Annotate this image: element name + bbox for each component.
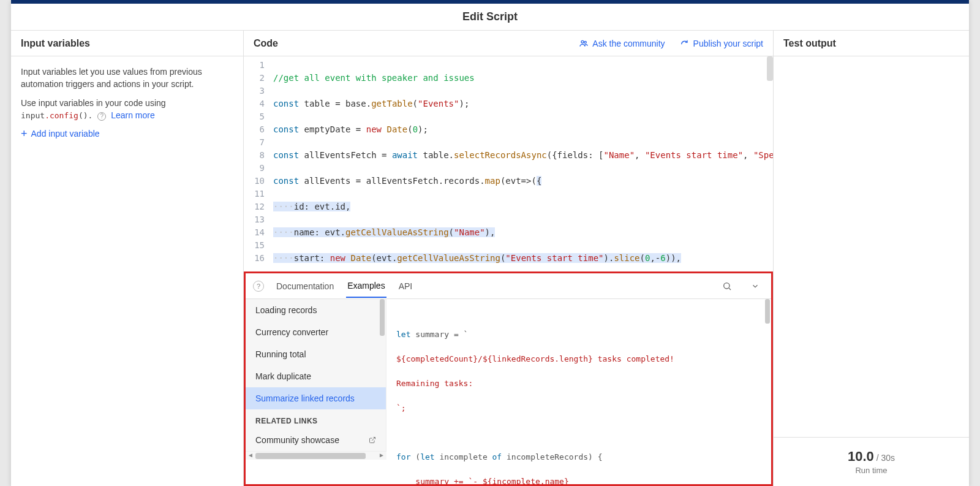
editor-body[interactable]: //get all event with speaker and issues …: [271, 56, 773, 271]
examples-sidebar: Loading records Currency converter Runni…: [246, 299, 386, 451]
runtime-box: 10.0 / 30s Run time: [774, 437, 969, 486]
search-icon[interactable]: [718, 278, 736, 295]
code-token-config: .config: [45, 111, 78, 120]
help-panel: ? Documentation Examples API: [244, 271, 773, 486]
help-icon[interactable]: ?: [97, 112, 106, 121]
ask-community-link[interactable]: Ask the community: [579, 39, 665, 48]
sidebar-item-running[interactable]: Running total: [246, 343, 386, 365]
input-vars-desc-1: Input variables let you use values from …: [21, 66, 233, 90]
sidebar-item-loading[interactable]: Loading records: [246, 299, 386, 321]
input-variables-header: Input variables: [11, 31, 243, 56]
sidebar-item-markdup[interactable]: Mark duplicate: [246, 365, 386, 387]
sidebar-heading-related: RELATED LINKS: [246, 409, 386, 429]
scroll-right-icon[interactable]: ►: [377, 452, 386, 458]
scroll-left-icon[interactable]: ◄: [246, 452, 255, 458]
question-icon[interactable]: ?: [253, 281, 264, 292]
test-output-panel: Test output 10.0 / 30s Run time: [773, 31, 969, 486]
external-link-icon: [369, 436, 376, 444]
svg-point-2: [724, 283, 729, 288]
svg-point-0: [581, 40, 584, 43]
publish-script-link[interactable]: Publish your script: [680, 39, 763, 48]
dialog-title: Edit Script: [11, 4, 969, 31]
example-code[interactable]: let summary = ` ${completedCount}/${link…: [386, 299, 771, 484]
sidebar-item-showcase[interactable]: Community showcase: [246, 429, 386, 451]
chevron-down-icon[interactable]: [747, 278, 764, 295]
tab-documentation[interactable]: Documentation: [275, 275, 335, 297]
runtime-label: Run time: [855, 466, 887, 475]
code-token-input: input: [21, 111, 45, 120]
example-scrollbar[interactable]: [765, 299, 770, 324]
scrollbar-thumb[interactable]: [767, 56, 773, 81]
learn-more-link[interactable]: Learn more: [111, 110, 155, 120]
svg-point-1: [584, 41, 586, 43]
runtime-denom: / 30s: [874, 453, 895, 463]
input-vars-desc-2: Use input variables in your code using i…: [21, 97, 233, 121]
community-icon: [579, 39, 589, 48]
runtime-value: 10.0: [848, 449, 874, 464]
code-header: Code: [254, 38, 278, 49]
help-tabs: ? Documentation Examples API: [246, 273, 771, 299]
sidebar-scrollbar[interactable]: [380, 299, 385, 336]
code-panel: Code Ask the community Publish your scri…: [244, 31, 773, 486]
input-variables-panel: Input variables Input variables let you …: [11, 31, 244, 486]
code-editor[interactable]: 12345678910111213141516 //get all event …: [244, 56, 773, 271]
hscroll-thumb[interactable]: [255, 453, 366, 459]
test-output-header: Test output: [774, 31, 969, 56]
tab-api[interactable]: API: [398, 275, 414, 297]
sidebar-item-summarize[interactable]: Summarize linked records: [246, 387, 386, 409]
sidebar-hscroll[interactable]: ◄ ►: [246, 451, 386, 460]
sidebar-item-currency[interactable]: Currency converter: [246, 321, 386, 343]
publish-icon: [680, 39, 690, 48]
editor-gutter: 12345678910111213141516: [244, 56, 271, 271]
tab-examples[interactable]: Examples: [346, 275, 386, 298]
edit-script-dialog: Edit Script Input variables Input variab…: [11, 0, 969, 486]
add-input-variable-button[interactable]: + Add input variable: [21, 129, 233, 139]
plus-icon: +: [21, 129, 28, 138]
